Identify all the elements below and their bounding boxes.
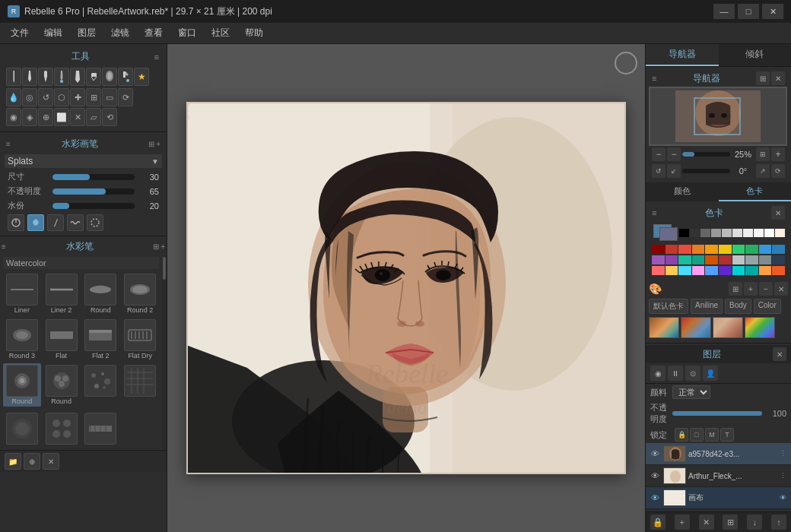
layers-del-btn[interactable]: ✕ bbox=[699, 515, 714, 530]
layer-eye-toggle[interactable]: ◉ bbox=[650, 366, 666, 381]
layer-2-eye[interactable]: 👁 bbox=[649, 470, 661, 482]
color-black[interactable] bbox=[679, 229, 689, 237]
c-carrot[interactable] bbox=[759, 266, 772, 275]
tool-transform[interactable]: ⊕ bbox=[38, 108, 53, 126]
c-red[interactable] bbox=[678, 245, 691, 254]
lock-btn[interactable]: 🔒 bbox=[675, 428, 688, 442]
c-yellow-orange[interactable] bbox=[705, 245, 718, 254]
tool-lasso[interactable]: ⊞ bbox=[86, 88, 101, 106]
c-midnight[interactable] bbox=[772, 255, 785, 264]
canvas-wrapper[interactable]: Rebelle demo bbox=[186, 102, 626, 474]
brush-delete-btn[interactable]: ✕ bbox=[43, 453, 59, 470]
menu-community[interactable]: 社区 bbox=[204, 24, 237, 43]
c-darkred[interactable] bbox=[652, 245, 665, 254]
color-white[interactable] bbox=[764, 229, 774, 237]
brush-splatter[interactable] bbox=[82, 363, 120, 407]
tool-circle-sel[interactable]: ◉ bbox=[6, 108, 21, 126]
rotate-track[interactable] bbox=[682, 169, 730, 173]
layers-add-btn[interactable]: + bbox=[675, 515, 690, 530]
menu-layers[interactable]: 图层 bbox=[70, 24, 103, 43]
close-button[interactable]: ✕ bbox=[762, 4, 783, 19]
tool-eraser[interactable] bbox=[86, 68, 101, 86]
layer-opacity-track[interactable] bbox=[672, 411, 762, 416]
c-grape[interactable] bbox=[719, 266, 732, 275]
c-cloud[interactable] bbox=[745, 255, 758, 264]
brush-flatdry[interactable]: Flat Dry bbox=[121, 318, 159, 362]
layer-pause-btn[interactable]: ⏸ bbox=[668, 366, 683, 381]
layers-up-btn[interactable]: ↑ bbox=[771, 515, 786, 530]
zoom-out2-btn[interactable]: − bbox=[667, 147, 681, 161]
color-near-white[interactable] bbox=[743, 229, 753, 237]
layers-lock-btn[interactable]: 🔒 bbox=[650, 515, 666, 530]
c-cornflower[interactable] bbox=[705, 266, 718, 275]
layer-1-eye[interactable]: 👁 bbox=[649, 448, 661, 460]
mode-watercolor[interactable] bbox=[27, 214, 44, 231]
brush-extra3[interactable] bbox=[82, 411, 120, 447]
lock-t-btn[interactable]: T bbox=[720, 428, 734, 442]
tool-water[interactable]: ◎ bbox=[22, 88, 37, 106]
maximize-button[interactable]: □ bbox=[738, 4, 759, 19]
tool-marker[interactable] bbox=[38, 68, 53, 86]
c-pink[interactable] bbox=[692, 266, 705, 275]
c-blue[interactable] bbox=[759, 245, 772, 254]
mode-pencil[interactable] bbox=[47, 214, 64, 231]
tool-warp[interactable]: ▱ bbox=[86, 108, 101, 126]
opacity-slider[interactable] bbox=[52, 188, 135, 195]
palette-thumb-default[interactable] bbox=[649, 317, 679, 338]
c-yellow[interactable] bbox=[719, 245, 732, 254]
canvas-area[interactable]: Rebelle demo bbox=[167, 44, 645, 532]
layer-canvas-vis[interactable]: 👁 bbox=[777, 492, 788, 503]
canvas-image[interactable]: Rebelle demo bbox=[186, 102, 626, 474]
brush-selector[interactable]: Splats ▼ bbox=[5, 154, 162, 168]
c-teal2[interactable] bbox=[745, 266, 758, 275]
tab-navigator[interactable]: 导航器 bbox=[646, 44, 719, 66]
color-fg-bg-area[interactable] bbox=[652, 223, 676, 242]
brush-add-folder-btn[interactable]: 📁 bbox=[5, 453, 21, 470]
layer-drip-btn[interactable]: ⊙ bbox=[685, 366, 700, 381]
color-close-btn[interactable]: ✕ bbox=[771, 206, 785, 220]
color-mid[interactable] bbox=[700, 229, 710, 237]
tool-drop[interactable]: 💧 bbox=[6, 88, 21, 106]
mixer-icon[interactable]: 🎨 bbox=[649, 283, 662, 295]
color-lighter[interactable] bbox=[732, 229, 742, 237]
palette-color[interactable]: Color bbox=[754, 299, 781, 314]
layer-canvas-eye[interactable]: 👁 bbox=[649, 492, 661, 504]
c-green[interactable] bbox=[732, 245, 745, 254]
brush-extra1[interactable] bbox=[3, 411, 41, 447]
brush-flat[interactable]: Flat bbox=[43, 318, 81, 362]
nav-close-btn[interactable]: ✕ bbox=[771, 71, 785, 85]
layer-person-btn[interactable]: 👤 bbox=[703, 366, 718, 381]
zoom-fit-btn[interactable]: ⊞ bbox=[756, 147, 770, 161]
mode-paint[interactable] bbox=[8, 214, 24, 231]
layer-item-canvas[interactable]: 👁 画布 👁 bbox=[646, 487, 791, 509]
layers-group-btn[interactable]: ⊞ bbox=[723, 515, 738, 530]
tool-brush[interactable] bbox=[54, 68, 69, 86]
layers-close-btn[interactable]: ✕ bbox=[773, 347, 786, 361]
brush-extra2[interactable] bbox=[43, 411, 81, 447]
palette-body[interactable]: Body bbox=[725, 299, 751, 314]
c-purple[interactable] bbox=[652, 255, 665, 264]
color-dark[interactable] bbox=[690, 229, 700, 237]
tool-delete[interactable]: ✕ bbox=[70, 108, 85, 126]
menu-edit[interactable]: 编辑 bbox=[37, 24, 70, 43]
layer-item-1[interactable]: 👁 a9578d42-e3... ⋮ bbox=[646, 443, 791, 465]
c-teal[interactable] bbox=[678, 255, 691, 264]
brush-round2[interactable]: Round 2 bbox=[121, 272, 159, 316]
brush-round-alt[interactable]: Round bbox=[3, 363, 41, 407]
mixer-del-btn[interactable]: − bbox=[759, 282, 773, 296]
brush-flat2[interactable]: Flat 2 bbox=[82, 318, 120, 362]
brush-scrollbar-thumb[interactable] bbox=[163, 257, 166, 280]
brush-liner[interactable]: Liner bbox=[3, 272, 41, 316]
tab-swatch[interactable]: 色卡 bbox=[719, 182, 792, 201]
tool-poly-sel[interactable]: ◈ bbox=[22, 108, 37, 126]
rotate-reset-btn[interactable]: ↺ bbox=[652, 164, 666, 178]
mode-dry[interactable] bbox=[87, 214, 103, 231]
c-green-dark[interactable] bbox=[745, 245, 758, 254]
tool-thick-pen[interactable] bbox=[70, 68, 85, 86]
brush-round-alt2[interactable]: Round bbox=[43, 363, 81, 407]
c-teal-dark[interactable] bbox=[692, 255, 705, 264]
tools-menu-icon[interactable]: ≡ bbox=[154, 52, 159, 62]
rotate-left-btn[interactable]: ↙ bbox=[667, 164, 681, 178]
brush-liner2[interactable]: Liner 2 bbox=[43, 272, 81, 316]
tab-color[interactable]: 颜色 bbox=[646, 182, 719, 201]
